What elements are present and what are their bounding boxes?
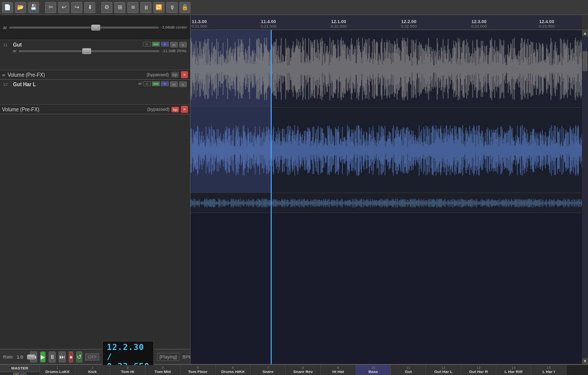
- waveform-track-2[interactable]: << 01-090317_2012.wav: [190, 108, 582, 193]
- off-btn[interactable]: OFF: [85, 353, 99, 360]
- channel-strip-9[interactable]: 9 Hi Hat m s io env fx: [321, 365, 356, 375]
- play-btn[interactable]: ▶: [40, 351, 46, 362]
- channel-strip-3[interactable]: 3 Tom Hi m s io env fx: [110, 365, 145, 375]
- channel-strip-2[interactable]: 2 Kick m s io env fx: [75, 365, 110, 375]
- track-12-name: Gut Har L: [13, 82, 136, 87]
- ch-name-7: Snare: [252, 369, 284, 374]
- skip-end-btn[interactable]: ⏭: [59, 351, 66, 362]
- waveform-canvas-3: [190, 193, 582, 213]
- ch-num-10: 10: [357, 366, 389, 369]
- toolbar-cut-btn[interactable]: ✂: [45, 2, 56, 13]
- ch-solo-btn-master[interactable]: s: [20, 372, 27, 375]
- track-12-buttons: ar io env fx m s: [138, 81, 187, 87]
- ch-num-11: 11: [392, 366, 425, 369]
- toolbar-new-btn[interactable]: 📄: [2, 2, 13, 13]
- track-11-thumb[interactable]: [82, 48, 91, 54]
- track-11-fx-btn[interactable]: fx: [161, 42, 169, 47]
- ch-num-13: 13: [462, 366, 495, 369]
- main-layout: ar -3.98dB center 11 Gut io env: [0, 15, 588, 364]
- record-btn[interactable]: ●: [69, 351, 73, 362]
- ch-num-15: 15: [532, 366, 565, 369]
- toolbar-save-btn[interactable]: 💾: [28, 2, 39, 13]
- toolbar-settings-btn[interactable]: ⚙: [101, 2, 112, 13]
- ch-name-master: MASTER: [1, 366, 39, 370]
- pause-btn[interactable]: ⏸: [49, 351, 56, 362]
- toolbar-mic-btn[interactable]: 🎙: [166, 2, 177, 13]
- toolbar-pause-btn[interactable]: ⏸: [140, 2, 151, 13]
- channel-strip-12[interactable]: 12 Gut Har L m s io env fx: [426, 365, 461, 375]
- ch-name-15: L Har I: [532, 369, 565, 374]
- channel-strip-5[interactable]: 5 Tom Floor m s io env fx: [180, 365, 216, 375]
- loop-btn[interactable]: ↺: [76, 351, 82, 362]
- channel-strip-14[interactable]: 14 L Har Riff m s io env fx: [496, 365, 531, 375]
- track-12-env-btn[interactable]: env: [152, 81, 160, 86]
- scroll-thumb-v[interactable]: [582, 51, 587, 71]
- track-row-gut-har-l: 12 Gut Har L ar io env fx m s: [0, 80, 190, 105]
- toolbar-fx-btn[interactable]: ≋: [127, 2, 138, 13]
- track-11-io-btn[interactable]: io: [143, 42, 151, 47]
- mixer-channels: MASTER m s io env fx: [0, 365, 588, 375]
- ch-header-4: 4 Tom Mid: [145, 365, 180, 375]
- ch-header-5: 5 Tom Floor: [180, 365, 215, 375]
- ch-header-8: 8 Snare Rev: [286, 365, 320, 375]
- fx-close-btn-2[interactable]: ×: [181, 106, 188, 113]
- track-12-io-btn[interactable]: io: [143, 81, 151, 86]
- track-12-ar-label: ar: [138, 81, 142, 87]
- rate-label: Rate:: [3, 354, 14, 359]
- fx-close-btn-1[interactable]: ×: [181, 71, 188, 78]
- ch-name-6: Drums HiKit: [217, 369, 249, 374]
- track-ar-fader[interactable]: [9, 27, 159, 29]
- ruler-mark-5: 12.4.00 0:23.500: [539, 19, 554, 29]
- ch-num-4: 4: [146, 366, 179, 369]
- toolbar-lock-btn[interactable]: 🔒: [179, 2, 190, 13]
- fx-row-1: ar Volume (Pre-FX) (bypassed) bp ×: [0, 70, 190, 80]
- track-11-s-btn[interactable]: s: [179, 42, 187, 48]
- toolbar-open-btn[interactable]: 📂: [15, 2, 26, 13]
- scroll-up-btn[interactable]: ▲: [582, 30, 588, 36]
- rate-value: 1.0: [17, 354, 24, 359]
- channel-strip-10[interactable]: 10 Bass m s io env fx: [356, 365, 391, 375]
- track-12-number: 12: [3, 82, 11, 87]
- ch-num-2: 2: [76, 366, 109, 369]
- track-11-fader[interactable]: [19, 50, 159, 52]
- channel-strip-6[interactable]: 6 Drums HiKit m s io env fx: [216, 365, 251, 375]
- waveform-track-3[interactable]: [190, 193, 582, 213]
- ch-name-9: Hi Hat: [322, 369, 354, 374]
- ruler-mark-2: 12.1.00 0:22.000: [331, 19, 346, 29]
- fx-bp-tag-1: bp: [171, 72, 179, 78]
- channel-strip-8[interactable]: 8 Snare Rev m s io env fx: [286, 365, 321, 375]
- channel-strip-master[interactable]: MASTER m s io env fx: [0, 365, 40, 375]
- track-11-number: 11: [3, 43, 11, 47]
- track-row-gut: 11 Gut io env fx m s ar -11.3dB 25%: [0, 40, 190, 70]
- ch-num-12: 12: [427, 366, 460, 369]
- waveform-area[interactable]: Rate:1.000 << 01-090317_2012.wav: [190, 30, 588, 364]
- channel-strip-4[interactable]: 4 Tom Mid m s io env fx: [145, 365, 180, 375]
- ch-name-3: Tom Hi: [111, 369, 144, 374]
- toolbar-redo-btn[interactable]: ↪: [71, 2, 82, 13]
- toolbar-loop-btn[interactable]: 🔁: [153, 2, 164, 13]
- channel-strip-1[interactable]: 1 Drums LoKit m s io env fx: [40, 365, 75, 375]
- track-controls: ar -3.98dB center 11 Gut io env: [0, 15, 190, 349]
- scroll-down-btn[interactable]: ▼: [582, 358, 588, 364]
- track-12-m-btn[interactable]: m: [170, 81, 178, 87]
- toolbar-grid-btn[interactable]: ⊞: [114, 2, 125, 13]
- ch-mute-btn-master[interactable]: m: [13, 372, 20, 375]
- fx-bypassed-label-1: (bypassed): [146, 72, 169, 77]
- rate-thumb[interactable]: [27, 354, 35, 359]
- track-ar-thumb[interactable]: [91, 25, 100, 31]
- channel-strip-13[interactable]: 13 Gut Har R m s io env fx: [461, 365, 496, 375]
- toolbar-undo-btn[interactable]: ↩: [58, 2, 69, 13]
- toolbar-render-btn[interactable]: ⬇: [84, 2, 95, 13]
- channel-strip-7[interactable]: 7 Snare m s io env fx: [251, 365, 286, 375]
- ch-name-1: Drums LoKit: [41, 369, 74, 374]
- channel-strip-15[interactable]: 15 L Har I m s io env fx: [531, 365, 566, 375]
- track-12-s-btn[interactable]: s: [179, 81, 187, 87]
- track-11-m-btn[interactable]: m: [170, 42, 178, 48]
- waveform-track-1[interactable]: Rate:1.000: [190, 30, 582, 108]
- track-ar-label: ar: [3, 25, 7, 30]
- right-scrollbar[interactable]: ▲ ▼: [582, 30, 588, 364]
- track-12-fx-btn[interactable]: fx: [161, 81, 169, 86]
- track-11-ar-label: ar: [13, 49, 17, 53]
- channel-strip-11[interactable]: 11 Gut m s io env fx: [391, 365, 426, 375]
- track-11-env-btn[interactable]: env: [152, 42, 160, 47]
